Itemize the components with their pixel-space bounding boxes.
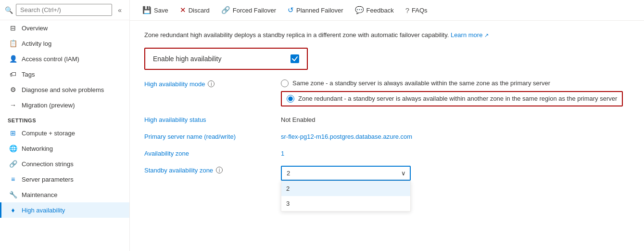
connection-strings-icon: 🔗 [9,160,17,168]
zone-redundant-radio[interactable] [287,95,294,103]
sidebar-item-label: High availability [22,207,65,214]
ha-mode-row: High availability mode i Same zone - a s… [144,79,630,106]
sidebar-item-label: Diagnose and solve problems [22,86,104,93]
learn-more-link[interactable]: Learn more [451,31,482,39]
access-control-icon: 👤 [9,55,17,63]
settings-section-label: Settings [0,113,129,125]
dropdown-option-3[interactable]: 3 [281,196,410,211]
faqs-button[interactable]: ? FAQs [401,3,432,17]
sidebar-search-container: 🔍 « [0,0,129,20]
sidebar-item-activity-log[interactable]: 📋 Activity log [0,36,129,51]
activity-log-icon: 📋 [9,40,17,47]
faqs-icon: ? [405,6,409,14]
sidebar-item-connection-strings[interactable]: 🔗 Connection strings [0,156,129,172]
sidebar-item-label: Server parameters [22,176,74,183]
sidebar-item-label: Tags [22,71,35,78]
standby-zone-label: Standby availability zone i [144,166,269,174]
sidebar-item-high-availability[interactable]: ♦ High availability [0,202,129,218]
planned-failover-label: Planned Failover [296,7,343,14]
high-availability-icon: ♦ [9,206,17,214]
feedback-label: Feedback [366,7,394,14]
standby-zone-dropdown[interactable]: 2 3 [281,166,411,181]
sidebar-item-diagnose[interactable]: ⚙ Diagnose and solve problems [0,82,129,97]
sidebar-item-label: Access control (IAM) [22,55,79,63]
planned-failover-icon: ↺ [288,6,294,14]
availability-zone-row: Availability zone 1 [144,149,630,157]
search-icon: 🔍 [5,6,13,14]
feedback-button[interactable]: 💬 Feedback [350,3,399,17]
enable-ha-checkbox[interactable] [290,54,299,63]
sidebar-item-overview[interactable]: ⊟ Overview [0,20,129,36]
sidebar-item-maintenance[interactable]: 🔧 Maintenance [0,187,129,202]
migration-icon: → [9,101,17,109]
enable-ha-label: Enable high availability [153,55,221,63]
toolbar: 💾 Save ✕ Discard 🔗 Forced Failover ↺ Pla… [130,0,644,21]
ha-status-row: High availability status Not Enabled [144,115,630,123]
same-zone-label: Same zone - a standby server is always a… [292,79,550,87]
forced-failover-icon: 🔗 [221,6,230,14]
ha-mode-radio-group: Same zone - a standby server is always a… [281,79,623,106]
zone-redundant-radio-option[interactable]: Zone redundant - a standby server is alw… [287,95,617,103]
networking-icon: 🌐 [9,145,17,152]
sidebar-item-label: Connection strings [22,160,74,168]
maintenance-icon: 🔧 [9,191,17,198]
sidebar-item-label: Networking [22,145,53,152]
external-link-icon: ↗ [484,32,489,38]
sidebar-item-access-control[interactable]: 👤 Access control (IAM) [0,51,129,66]
main-panel: 💾 Save ✕ Discard 🔗 Forced Failover ↺ Pla… [130,0,644,251]
sidebar-item-server-parameters[interactable]: ≡ Server parameters [0,172,129,187]
enable-ha-box: Enable high availability [144,48,308,70]
sidebar-item-compute-storage[interactable]: ⊞ Compute + storage [0,125,129,141]
availability-zone-label: Availability zone [144,149,269,157]
forced-failover-button[interactable]: 🔗 Forced Failover [216,3,281,17]
server-parameters-icon: ≡ [9,175,17,183]
sidebar-item-label: Compute + storage [22,130,75,137]
standby-zone-row: Standby availability zone i 2 3 ∨ 2 3 [144,166,630,181]
tags-icon: 🏷 [9,70,17,78]
sidebar-item-label: Overview [22,25,48,32]
primary-server-label: Primary server name (read/write) [144,132,269,140]
discard-button[interactable]: ✕ Discard [175,3,215,17]
availability-zone-value: 1 [281,149,284,157]
description-text: Zone redundant high availability deploys… [144,30,630,40]
sidebar-collapse-button[interactable]: « [115,5,125,15]
sidebar-item-networking[interactable]: 🌐 Networking [0,141,129,156]
discard-icon: ✕ [180,6,186,14]
sidebar: 🔍 « ⊟ Overview 📋 Activity log 👤 Access c… [0,0,130,251]
sidebar-item-label: Migration (preview) [22,102,75,109]
sidebar-item-migration[interactable]: → Migration (preview) [0,97,129,113]
same-zone-radio[interactable] [281,79,289,87]
planned-failover-button[interactable]: ↺ Planned Failover [283,3,348,17]
sidebar-item-label: Maintenance [22,191,57,198]
save-button[interactable]: 💾 Save [138,3,173,17]
standby-zone-dropdown-container: 2 3 ∨ 2 3 [281,166,411,181]
save-label: Save [154,7,168,14]
search-input[interactable] [16,4,112,16]
faqs-label: FAQs [412,7,428,14]
sidebar-item-tags[interactable]: 🏷 Tags [0,66,129,82]
forced-failover-label: Forced Failover [233,7,276,14]
save-icon: 💾 [142,6,152,14]
feedback-icon: 💬 [355,6,364,14]
sidebar-item-label: Activity log [22,40,51,47]
content-area: Zone redundant high availability deploys… [130,21,644,251]
standby-zone-dropdown-menu: 2 3 [281,181,411,211]
overview-icon: ⊟ [9,24,17,32]
discard-label: Discard [189,7,210,14]
ha-status-label: High availability status [144,115,269,123]
primary-server-row: Primary server name (read/write) sr-flex… [144,132,630,140]
same-zone-radio-option[interactable]: Same zone - a standby server is always a… [281,79,623,87]
zone-redundant-box: Zone redundant - a standby server is alw… [281,91,623,106]
ha-mode-info-icon[interactable]: i [208,80,215,87]
zone-redundant-label: Zone redundant - a standby server is alw… [298,95,617,102]
ha-mode-label: High availability mode i [144,79,269,88]
primary-server-value: sr-flex-pg12-m16.postgres.database.azure… [281,132,412,140]
dropdown-option-2[interactable]: 2 [281,181,410,196]
compute-storage-icon: ⊞ [9,129,17,137]
ha-status-value: Not Enabled [281,115,316,123]
standby-zone-info-icon[interactable]: i [216,167,223,173]
diagnose-icon: ⚙ [9,86,17,93]
